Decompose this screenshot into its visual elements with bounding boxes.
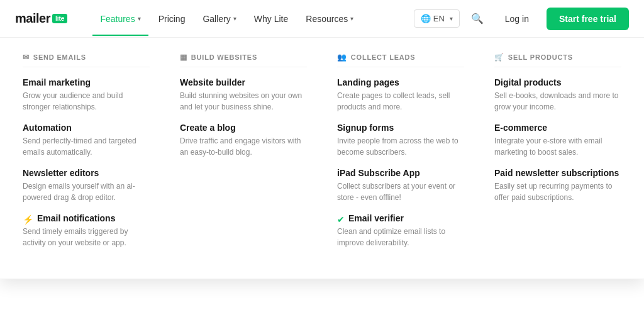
chevron-down-icon: ▾ <box>233 15 236 22</box>
dd-item-digital-products[interactable]: Digital products Sell e-books, downloads… <box>494 77 621 113</box>
dd-item-signup-forms[interactable]: Signup forms Invite people from across t… <box>337 123 464 147</box>
dd-col-header-build-websites: ▦ BUILD WEBSITES <box>180 53 307 67</box>
logo[interactable]: mailer lite <box>15 11 67 26</box>
nav-links: Features ▾ Pricing Gallery ▾ Why Lite Re… <box>92 9 413 29</box>
email-header-icon: ✉ <box>23 53 30 62</box>
login-button[interactable]: Log in <box>495 9 539 29</box>
chevron-down-icon: ▾ <box>450 15 453 22</box>
nav-item-features[interactable]: Features ▾ <box>92 9 148 29</box>
features-dropdown: ✉ SEND EMAILS Email marketing Grow your … <box>0 38 644 147</box>
trial-button[interactable]: Start free trial <box>547 8 629 30</box>
navbar: mailer lite Features ▾ Pricing Gallery ▾… <box>0 0 644 38</box>
dd-col-header-send-emails: ✉ SEND EMAILS <box>23 53 150 67</box>
logo-badge: lite <box>52 14 67 23</box>
globe-icon: 🌐 <box>421 14 431 23</box>
logo-text: mailer <box>15 11 50 26</box>
nav-item-pricing[interactable]: Pricing <box>151 9 193 29</box>
chevron-down-icon: ▾ <box>138 15 141 22</box>
search-icon: 🔍 <box>471 13 484 25</box>
nav-item-why-lite[interactable]: Why Lite <box>247 9 296 29</box>
dd-item-create-blog[interactable]: Create a blog Drive traffic and engage v… <box>180 123 307 147</box>
dd-item-landing-pages[interactable]: Landing pages Create pages to collect le… <box>337 77 464 113</box>
dd-col-send-emails: ✉ SEND EMAILS Email marketing Grow your … <box>15 53 157 147</box>
nav-item-resources[interactable]: Resources ▾ <box>298 9 361 29</box>
leads-header-icon: 👥 <box>337 53 347 62</box>
dd-col-header-sell-products: 🛒 SELL PRODUCTS <box>494 53 621 67</box>
dropdown-inner: ✉ SEND EMAILS Email marketing Grow your … <box>0 53 644 147</box>
chevron-down-icon: ▾ <box>350 15 353 22</box>
language-selector[interactable]: 🌐 EN ▾ <box>414 9 460 28</box>
dd-item-ecommerce[interactable]: E-commerce Integrate your e-store with e… <box>494 123 621 147</box>
dd-col-header-collect-leads: 👥 COLLECT LEADS <box>337 53 464 67</box>
dd-col-build-websites: ▦ BUILD WEBSITES Website builder Build s… <box>172 53 314 147</box>
dd-item-email-marketing[interactable]: Email marketing Grow your audience and b… <box>23 77 150 113</box>
websites-header-icon: ▦ <box>180 53 187 62</box>
nav-item-gallery[interactable]: Gallery ▾ <box>195 9 243 29</box>
search-button[interactable]: 🔍 <box>467 9 487 29</box>
dd-col-sell-products: 🛒 SELL PRODUCTS Digital products Sell e-… <box>487 53 629 147</box>
dd-col-collect-leads: 👥 COLLECT LEADS Landing pages Create pag… <box>330 53 472 147</box>
products-header-icon: 🛒 <box>494 53 504 62</box>
nav-right: 🌐 EN ▾ 🔍 Log in Start free trial <box>414 8 629 30</box>
dd-item-website-builder[interactable]: Website builder Build stunning websites … <box>180 77 307 113</box>
dd-item-automation[interactable]: Automation Send perfectly-timed and targ… <box>23 123 150 147</box>
